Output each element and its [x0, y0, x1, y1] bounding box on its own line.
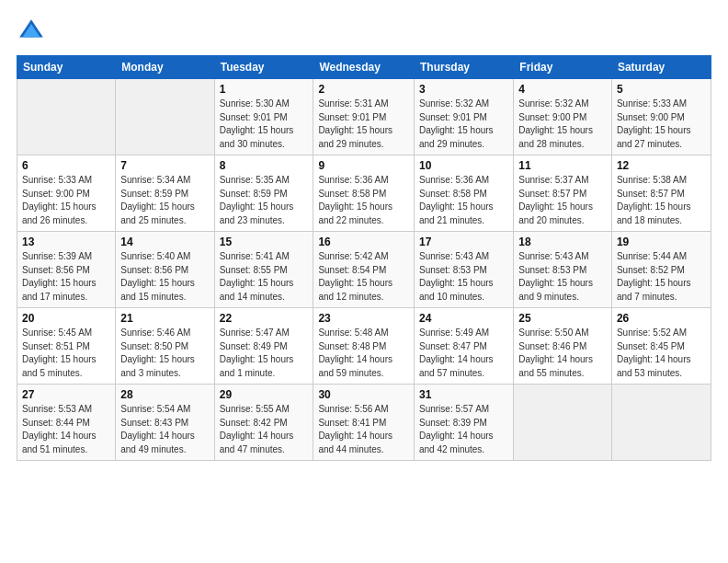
day-cell: 17Sunrise: 5:43 AM Sunset: 8:53 PM Dayli…	[414, 232, 513, 308]
day-number: 12	[617, 159, 706, 172]
day-cell: 12Sunrise: 5:38 AM Sunset: 8:57 PM Dayli…	[611, 155, 711, 232]
day-cell: 9Sunrise: 5:36 AM Sunset: 8:58 PM Daylig…	[313, 155, 415, 232]
weekday-header-tuesday: Tuesday	[214, 56, 313, 79]
day-number: 2	[318, 83, 409, 96]
day-detail: Sunrise: 5:33 AM Sunset: 9:00 PM Dayligh…	[22, 174, 110, 227]
day-detail: Sunrise: 5:55 AM Sunset: 8:42 PM Dayligh…	[220, 403, 309, 456]
day-cell: 13Sunrise: 5:39 AM Sunset: 8:56 PM Dayli…	[17, 232, 116, 308]
day-number: 20	[22, 312, 110, 325]
day-cell: 27Sunrise: 5:53 AM Sunset: 8:44 PM Dayli…	[17, 385, 116, 461]
day-number: 11	[518, 159, 607, 172]
day-detail: Sunrise: 5:38 AM Sunset: 8:57 PM Dayligh…	[617, 174, 706, 227]
day-cell: 15Sunrise: 5:41 AM Sunset: 8:55 PM Dayli…	[214, 232, 313, 308]
day-number: 8	[220, 159, 309, 172]
week-row-5: 27Sunrise: 5:53 AM Sunset: 8:44 PM Dayli…	[17, 385, 711, 461]
day-number: 3	[419, 83, 508, 96]
day-number: 18	[518, 236, 607, 248]
day-cell: 2Sunrise: 5:31 AM Sunset: 9:01 PM Daylig…	[313, 79, 415, 155]
day-detail: Sunrise: 5:41 AM Sunset: 8:55 PM Dayligh…	[220, 250, 309, 304]
day-cell: 31Sunrise: 5:57 AM Sunset: 8:39 PM Dayli…	[414, 385, 513, 461]
day-detail: Sunrise: 5:44 AM Sunset: 8:52 PM Dayligh…	[617, 250, 706, 304]
day-cell	[116, 79, 214, 155]
day-number: 15	[220, 236, 309, 248]
week-row-3: 13Sunrise: 5:39 AM Sunset: 8:56 PM Dayli…	[17, 232, 711, 308]
day-number: 24	[419, 312, 508, 325]
day-detail: Sunrise: 5:52 AM Sunset: 8:45 PM Dayligh…	[617, 327, 706, 380]
day-number: 6	[22, 159, 110, 172]
day-detail: Sunrise: 5:54 AM Sunset: 8:43 PM Dayligh…	[120, 403, 209, 456]
week-row-2: 6Sunrise: 5:33 AM Sunset: 9:00 PM Daylig…	[17, 155, 711, 232]
day-cell: 3Sunrise: 5:32 AM Sunset: 9:01 PM Daylig…	[414, 79, 513, 155]
weekday-header-thursday: Thursday	[414, 56, 513, 79]
day-detail: Sunrise: 5:50 AM Sunset: 8:46 PM Dayligh…	[518, 327, 607, 380]
day-number: 1	[220, 83, 309, 96]
page: SundayMondayTuesdayWednesdayThursdayFrid…	[0, 0, 728, 563]
day-cell	[17, 79, 116, 155]
day-number: 31	[419, 388, 508, 401]
day-cell: 23Sunrise: 5:48 AM Sunset: 8:48 PM Dayli…	[313, 308, 415, 385]
day-cell: 29Sunrise: 5:55 AM Sunset: 8:42 PM Dayli…	[214, 385, 313, 461]
day-number: 17	[419, 236, 508, 248]
day-number: 22	[220, 312, 309, 325]
logo-icon	[17, 17, 46, 46]
day-detail: Sunrise: 5:53 AM Sunset: 8:44 PM Dayligh…	[22, 403, 110, 456]
day-number: 30	[318, 388, 409, 401]
day-cell: 22Sunrise: 5:47 AM Sunset: 8:49 PM Dayli…	[214, 308, 313, 385]
header	[17, 17, 711, 46]
weekday-header-saturday: Saturday	[611, 56, 711, 79]
day-detail: Sunrise: 5:45 AM Sunset: 8:51 PM Dayligh…	[22, 327, 110, 380]
day-detail: Sunrise: 5:30 AM Sunset: 9:01 PM Dayligh…	[220, 98, 309, 151]
day-cell: 14Sunrise: 5:40 AM Sunset: 8:56 PM Dayli…	[116, 232, 214, 308]
day-cell: 11Sunrise: 5:37 AM Sunset: 8:57 PM Dayli…	[514, 155, 612, 232]
day-detail: Sunrise: 5:33 AM Sunset: 9:00 PM Dayligh…	[617, 98, 706, 151]
day-detail: Sunrise: 5:57 AM Sunset: 8:39 PM Dayligh…	[419, 403, 508, 456]
day-cell: 20Sunrise: 5:45 AM Sunset: 8:51 PM Dayli…	[17, 308, 116, 385]
day-detail: Sunrise: 5:47 AM Sunset: 8:49 PM Dayligh…	[220, 327, 309, 380]
day-number: 14	[120, 236, 209, 248]
day-cell: 19Sunrise: 5:44 AM Sunset: 8:52 PM Dayli…	[611, 232, 711, 308]
day-detail: Sunrise: 5:39 AM Sunset: 8:56 PM Dayligh…	[22, 250, 110, 304]
day-detail: Sunrise: 5:37 AM Sunset: 8:57 PM Dayligh…	[518, 174, 607, 227]
day-number: 16	[318, 236, 409, 248]
day-cell	[514, 385, 612, 461]
day-cell: 21Sunrise: 5:46 AM Sunset: 8:50 PM Dayli…	[116, 308, 214, 385]
day-detail: Sunrise: 5:34 AM Sunset: 8:59 PM Dayligh…	[120, 174, 209, 227]
day-number: 13	[22, 236, 110, 248]
day-cell: 5Sunrise: 5:33 AM Sunset: 9:00 PM Daylig…	[611, 79, 711, 155]
day-number: 25	[518, 312, 607, 325]
weekday-header-row: SundayMondayTuesdayWednesdayThursdayFrid…	[17, 56, 711, 79]
day-detail: Sunrise: 5:35 AM Sunset: 8:59 PM Dayligh…	[220, 174, 309, 227]
day-cell: 6Sunrise: 5:33 AM Sunset: 9:00 PM Daylig…	[17, 155, 116, 232]
day-cell	[611, 385, 711, 461]
day-number: 4	[518, 83, 607, 96]
day-number: 27	[22, 388, 110, 401]
day-number: 7	[120, 159, 209, 172]
day-detail: Sunrise: 5:36 AM Sunset: 8:58 PM Dayligh…	[318, 174, 409, 227]
day-cell: 8Sunrise: 5:35 AM Sunset: 8:59 PM Daylig…	[214, 155, 313, 232]
week-row-4: 20Sunrise: 5:45 AM Sunset: 8:51 PM Dayli…	[17, 308, 711, 385]
day-detail: Sunrise: 5:43 AM Sunset: 8:53 PM Dayligh…	[518, 250, 607, 304]
day-cell: 16Sunrise: 5:42 AM Sunset: 8:54 PM Dayli…	[313, 232, 415, 308]
day-number: 5	[617, 83, 706, 96]
day-cell: 7Sunrise: 5:34 AM Sunset: 8:59 PM Daylig…	[116, 155, 214, 232]
weekday-header-monday: Monday	[116, 56, 214, 79]
week-row-1: 1Sunrise: 5:30 AM Sunset: 9:01 PM Daylig…	[17, 79, 711, 155]
calendar: SundayMondayTuesdayWednesdayThursdayFrid…	[17, 55, 711, 461]
day-cell: 26Sunrise: 5:52 AM Sunset: 8:45 PM Dayli…	[611, 308, 711, 385]
day-detail: Sunrise: 5:40 AM Sunset: 8:56 PM Dayligh…	[120, 250, 209, 304]
day-cell: 4Sunrise: 5:32 AM Sunset: 9:00 PM Daylig…	[514, 79, 612, 155]
day-cell: 18Sunrise: 5:43 AM Sunset: 8:53 PM Dayli…	[514, 232, 612, 308]
day-number: 23	[318, 312, 409, 325]
day-detail: Sunrise: 5:36 AM Sunset: 8:58 PM Dayligh…	[419, 174, 508, 227]
day-number: 9	[318, 159, 409, 172]
weekday-header-friday: Friday	[514, 56, 612, 79]
day-number: 19	[617, 236, 706, 248]
day-cell: 25Sunrise: 5:50 AM Sunset: 8:46 PM Dayli…	[514, 308, 612, 385]
day-detail: Sunrise: 5:46 AM Sunset: 8:50 PM Dayligh…	[120, 327, 209, 380]
day-number: 21	[120, 312, 209, 325]
weekday-header-wednesday: Wednesday	[313, 56, 415, 79]
day-cell: 28Sunrise: 5:54 AM Sunset: 8:43 PM Dayli…	[116, 385, 214, 461]
day-number: 26	[617, 312, 706, 325]
day-cell: 24Sunrise: 5:49 AM Sunset: 8:47 PM Dayli…	[414, 308, 513, 385]
day-number: 29	[220, 388, 309, 401]
